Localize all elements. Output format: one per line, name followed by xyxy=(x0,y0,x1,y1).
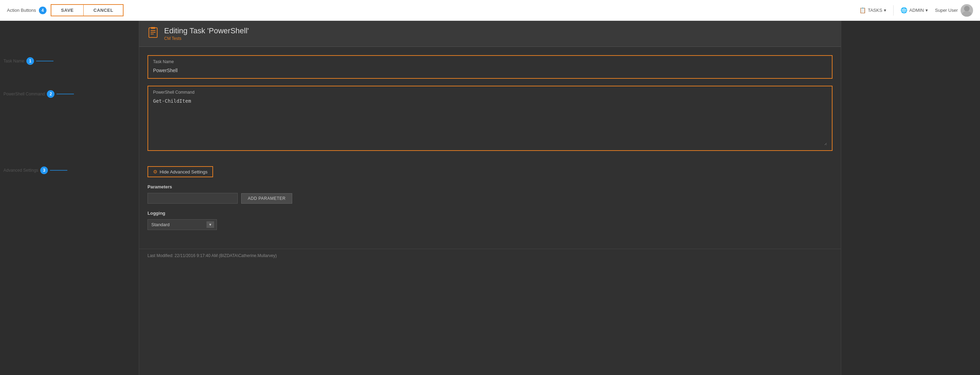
logging-section: Logging Standard Verbose None ▼ xyxy=(148,211,832,230)
task-name-annotation: Task Name 1 xyxy=(3,57,53,65)
task-name-bordered: Task Name xyxy=(148,55,832,79)
action-buttons-badge: 4 xyxy=(39,6,46,14)
logging-label: Logging xyxy=(148,211,832,216)
right-spacer xyxy=(911,21,980,375)
logging-select[interactable]: Standard Verbose None xyxy=(148,219,217,230)
powershell-command-field-label: PowerShell Command xyxy=(153,90,827,95)
task-name-input[interactable] xyxy=(153,66,827,75)
editor-panel: Editing Task 'PowerShell' CM Tests Task … xyxy=(139,21,841,375)
page-title-group: Editing Task 'PowerShell' CM Tests xyxy=(164,26,249,41)
page-subtitle: CM Tests xyxy=(164,36,249,41)
advanced-settings-ann-badge: 3 xyxy=(40,167,48,174)
params-row: ADD PARAMETER xyxy=(148,193,832,203)
action-buttons-label: Action Buttons xyxy=(7,8,36,13)
advanced-settings-annotation: Advanced Settings 3 xyxy=(3,167,67,174)
tasks-icon: 📋 xyxy=(859,7,866,14)
last-modified-footer: Last Modified: 22/11/2016 9:17:40 AM (BI… xyxy=(139,249,841,262)
powershell-command-ann-badge: 2 xyxy=(47,90,54,98)
save-button[interactable]: SAVE xyxy=(51,5,84,16)
powershell-command-textarea[interactable]: Get-ChildItem xyxy=(153,97,827,145)
task-name-field-label: Task Name xyxy=(153,59,827,64)
nav-divider xyxy=(893,5,894,16)
task-icon xyxy=(148,27,159,41)
task-name-ann-badge: 1 xyxy=(26,57,34,65)
svg-point-0 xyxy=(964,6,970,11)
page-title: Editing Task 'PowerShell' xyxy=(164,26,249,35)
user-section: Super User xyxy=(935,4,973,17)
powershell-command-field-group: PowerShell Command Get-ChildItem xyxy=(148,86,832,151)
tasks-label: TASKS xyxy=(868,8,883,13)
gear-icon: ⚙ xyxy=(153,169,158,175)
task-name-ann-label: Task Name xyxy=(3,59,24,64)
powershell-command-annotation: PowerShell Command 2 xyxy=(3,90,74,98)
logging-select-wrapper: Standard Verbose None ▼ xyxy=(148,219,217,230)
parameters-label: Parameters xyxy=(148,184,832,189)
admin-chevron: ▾ xyxy=(926,8,928,13)
task-name-field-group: Task Name xyxy=(148,55,832,79)
svg-rect-9 xyxy=(151,27,155,29)
form-section: Task Name PowerShell Command Get-ChildIt… xyxy=(139,47,841,166)
tasks-chevron: ▾ xyxy=(884,8,886,13)
globe-icon: 🌐 xyxy=(900,7,907,14)
svg-point-1 xyxy=(962,11,972,17)
add-parameter-button[interactable]: ADD PARAMETER xyxy=(241,193,292,203)
cancel-button[interactable]: CANCEL xyxy=(84,5,123,16)
parameters-section: Parameters ADD PARAMETER xyxy=(148,184,832,203)
toolbar-left: Action Buttons 4 SAVE CANCEL xyxy=(7,4,124,16)
last-modified-text: Last Modified: 22/11/2016 9:17:40 AM (BI… xyxy=(148,253,277,258)
page-header: Editing Task 'PowerShell' CM Tests xyxy=(139,21,841,47)
avatar xyxy=(961,4,973,17)
powershell-command-ann-label: PowerShell Command xyxy=(3,92,45,97)
hide-advanced-label: Hide Advanced Settings xyxy=(160,169,207,175)
toolbar: Action Buttons 4 SAVE CANCEL 📋 TASKS ▾ 🌐… xyxy=(0,0,980,21)
page-wrapper: Task Name 1 PowerShell Command 2 Advance… xyxy=(0,21,980,375)
powershell-command-bordered: PowerShell Command Get-ChildItem xyxy=(148,86,832,151)
advanced-settings-ann-label: Advanced Settings xyxy=(3,168,38,173)
action-buttons-annotation: Action Buttons 4 xyxy=(7,6,46,14)
admin-nav[interactable]: 🌐 ADMIN ▾ xyxy=(900,7,928,14)
hide-advanced-settings-button[interactable]: ⚙ Hide Advanced Settings xyxy=(148,166,213,177)
user-label: Super User xyxy=(935,8,958,13)
admin-label: ADMIN xyxy=(909,8,924,13)
left-panel: Task Name 1 PowerShell Command 2 Advance… xyxy=(0,21,69,375)
tasks-nav[interactable]: 📋 TASKS ▾ xyxy=(859,7,887,14)
action-buttons-group: SAVE CANCEL xyxy=(51,4,124,16)
parameter-input[interactable] xyxy=(148,193,238,203)
toolbar-right: 📋 TASKS ▾ 🌐 ADMIN ▾ Super User xyxy=(859,4,973,17)
advanced-section: ⚙ Hide Advanced Settings Parameters ADD … xyxy=(139,166,841,245)
